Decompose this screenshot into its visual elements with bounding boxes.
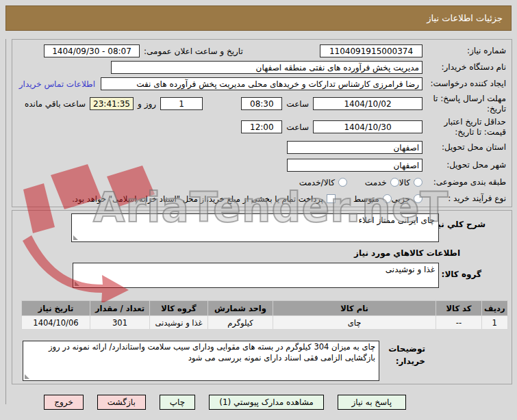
cell-item-code: -- (436, 316, 482, 330)
row-buyer-org: نام دستگاه خریدار: مدیریت پخش فرآورده ها… (18, 60, 506, 75)
cell-item-name: چای (273, 316, 436, 330)
remaining-hours-label: ساعت باقي مانده (21, 99, 90, 109)
row-price-validity: حداقل تاریخ اعتبار قیمت: تا تاریخ: 1404/… (18, 116, 506, 137)
remaining-group: 1 روز و 23:41:35 ساعت باقي مانده (21, 97, 203, 110)
resize-grip[interactable] (73, 235, 78, 240)
classification-option-goods: کالا (399, 178, 423, 187)
row-classification: طبقه بندی موضوعی: کالا خدمت کالا/خدمت (18, 175, 506, 189)
need-info-panel: شماره نیاز: 1104091915000374 تاریخ و ساع… (12, 39, 512, 207)
price-validity-label: حداقل تاریخ اعتبار قیمت: تا تاریخ: (423, 117, 506, 137)
radio-goods-service[interactable] (338, 178, 347, 187)
remaining-days-label: روز و (134, 99, 160, 109)
announce-label: تاریخ و ساعت اعلان عمومی: (140, 47, 243, 56)
resize-grip[interactable] (25, 374, 29, 379)
frame-left-border (5, 39, 6, 404)
radio-service[interactable] (390, 178, 399, 187)
radio-minor[interactable] (414, 194, 423, 203)
resize-grip[interactable] (75, 281, 79, 286)
overall-need-textarea[interactable]: چای ایرانی ممتاز اعلاء (71, 213, 439, 242)
process-option-medium: متوسط (353, 194, 392, 204)
remaining-days-input[interactable]: 1 (160, 97, 203, 110)
goods-info-heading: اطلاعات کالاهاي مورد نیاز (354, 248, 460, 258)
reply-deadline-label: مهلت ارسال پاسخ: تا تاریخ: (423, 94, 506, 114)
items-table: ردیف کد کالا نام کالا واحد شمارش گروه کا… (21, 300, 508, 330)
radio-medium[interactable] (383, 194, 392, 203)
buyer-org-label: نام دستگاه خریدار: (423, 62, 506, 73)
city-label: شهر محل تحویل: (423, 160, 506, 170)
radio-minor-label: جزیی (392, 194, 410, 204)
page-title-text: جزئیات اطلاعات نیاز (427, 13, 503, 23)
action-buttons: پاسخ به نیاز مشاهده مدارک پیوستي (1) چاپ… (0, 395, 483, 410)
buyer-notes-value: چای به میزان 304 کیلوگرم در بسته های مقو… (49, 342, 375, 363)
treasury-checkbox[interactable] (327, 194, 336, 203)
back-button[interactable]: بازگشت (97, 395, 146, 410)
page: { "title_bar": { "title": "جزئیات اطلاعا… (0, 0, 517, 420)
need-number-label: شماره نیاز: (423, 46, 506, 56)
classification-option-service: خدمت (365, 178, 399, 187)
col-quantity: تعداد / مقدار (90, 301, 150, 316)
reply-deadline-time-input[interactable]: 08:30 (241, 97, 282, 110)
process-type-label: نوع فرآیند خرید : (423, 194, 506, 204)
col-group: گروه کالا (150, 301, 208, 316)
radio-goods-label: کالا (399, 178, 410, 187)
overall-need-value: چای ایرانی ممتاز اعلاء (358, 215, 435, 225)
radio-medium-label: متوسط (353, 194, 379, 204)
buyer-contact-link[interactable]: اطلاعات تماس خریدار (19, 79, 101, 89)
requester-input[interactable]: رضا فرامرزی کارشناس تدارکات و خریدهای مح… (101, 77, 423, 90)
cell-quantity: 301 (90, 316, 150, 330)
cell-unit: کیلوگرم (208, 316, 273, 330)
page-title: جزئیات اطلاعات نیاز (5, 5, 512, 31)
classification-label: طبقه بندی موضوعی: (423, 177, 506, 187)
print-button[interactable]: چاپ (160, 395, 195, 410)
exit-button[interactable]: خروج (44, 395, 84, 410)
reply-to-need-button[interactable]: پاسخ به نیاز (338, 395, 406, 410)
col-item-name: نام کالا (273, 301, 436, 316)
reply-deadline-date-input[interactable]: 1404/10/02 (313, 97, 423, 110)
col-row-number: ردیف (482, 301, 508, 316)
row-process-type: نوع فرآیند خرید : جزیی متوسط پرداخت تمام… (18, 192, 506, 206)
announce-input[interactable]: 1404/09/30 - 08:07 (44, 44, 140, 57)
row-need-number: شماره نیاز: 1104091915000374 تاریخ و ساع… (18, 44, 506, 58)
price-validity-time-input[interactable]: 12:00 (241, 120, 282, 133)
col-unit: واحد شمارش (208, 301, 273, 316)
row-reply-deadline: مهلت ارسال پاسخ: تا تاریخ: 1404/10/02 سا… (18, 93, 506, 114)
treasury-payment-option: پرداخت تمام یا بخشی از مبلغ خرید،از محل … (72, 194, 336, 204)
requester-label: ایجاد کننده درخواست: (423, 79, 506, 89)
goods-group-value: غذا و نوشیدنی (386, 265, 435, 274)
treasury-checkbox-label: پرداخت تمام یا بخشی از مبلغ خرید،از محل … (72, 194, 323, 204)
cell-group: غذا و نوشیدنی (150, 316, 208, 330)
announce-group: تاریخ و ساعت اعلان عمومی: 1404/09/30 - 0… (44, 44, 243, 57)
buyer-notes-textarea[interactable]: چای به میزان 304 کیلوگرم در بسته های مقو… (23, 341, 379, 381)
goods-group-textarea[interactable]: غذا و نوشیدنی (73, 263, 439, 288)
table-row: 1 -- چای کیلوگرم غذا و نوشیدنی 301 1404/… (22, 316, 508, 330)
row-province: استان محل تحویل: اصفهان (18, 140, 506, 155)
cell-need-date: 1404/10/06 (22, 316, 90, 330)
buyer-org-input[interactable]: مدیریت پخش فرآورده های نفتی منطقه اصفهان (111, 61, 423, 74)
radio-service-label: خدمت (365, 178, 387, 187)
cell-row-number: 1 (482, 316, 508, 330)
need-number-input[interactable]: 1104091915000374 (320, 44, 423, 57)
remaining-countdown: 23:41:35 (90, 97, 134, 110)
process-option-minor: جزیی (392, 194, 423, 204)
price-validity-hour-label: ساعت (282, 122, 313, 132)
view-attachments-button[interactable]: مشاهده مدارک پیوستي (1) (209, 395, 324, 410)
reply-deadline-hour-label: ساعت (282, 99, 313, 109)
province-label: استان محل تحویل: (423, 142, 506, 153)
row-requester: ایجاد کننده درخواست: رضا فرامرزی کارشناس… (18, 77, 506, 91)
col-need-date: تاریخ نیاز (22, 301, 90, 316)
goods-group-label: گروه کالا: (442, 270, 481, 279)
buyer-notes-label: توضیحات خریدار: (376, 343, 425, 367)
province-input[interactable]: اصفهان (287, 141, 423, 154)
price-validity-date-input[interactable]: 1404/10/30 (313, 120, 423, 133)
radio-goods-service-label: کالا/خدمت (299, 178, 335, 187)
city-input[interactable]: اصفهان (287, 159, 423, 172)
row-city: شهر محل تحویل: اصفهان (18, 157, 506, 173)
need-description-panel: شرح کلي نیاز: چای ایرانی ممتاز اعلاء اطل… (12, 210, 512, 384)
classification-option-both: کالا/خدمت (299, 178, 347, 187)
items-table-header-row: ردیف کد کالا نام کالا واحد شمارش گروه کا… (22, 301, 508, 316)
radio-goods[interactable] (414, 178, 423, 187)
col-item-code: کد کالا (436, 301, 482, 316)
